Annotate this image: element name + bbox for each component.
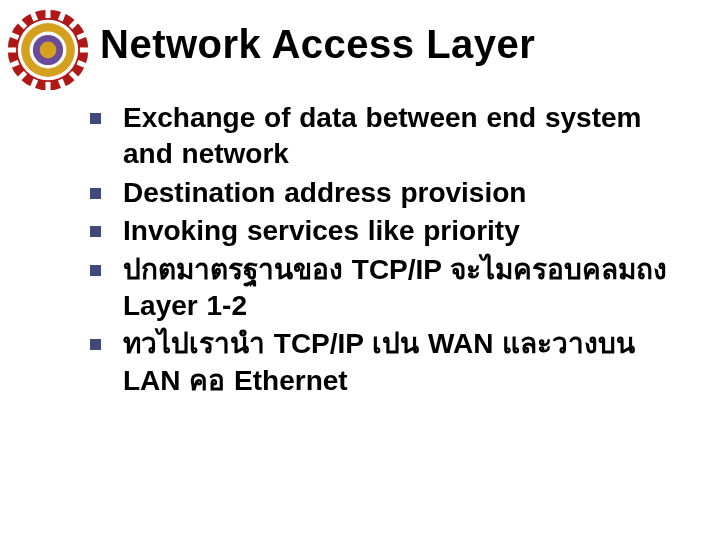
institution-logo: [6, 8, 90, 92]
svg-rect-3: [45, 82, 50, 92]
list-item: ทวไปเรานำ TCP/IP เปน WAN และวางบน LAN คอ…: [90, 326, 690, 399]
svg-point-22: [40, 42, 57, 59]
list-item: Exchange of data between end system and …: [90, 100, 690, 173]
list-item: ปกตมาตรฐานของ TCP/IP จะไมครอบคลมถง Layer…: [90, 252, 690, 325]
svg-rect-4: [6, 47, 16, 52]
square-bullet-icon: [90, 188, 101, 199]
list-item-text: Invoking services like priority: [123, 213, 520, 249]
svg-rect-5: [80, 47, 90, 52]
square-bullet-icon: [90, 339, 101, 350]
square-bullet-icon: [90, 226, 101, 237]
list-item: Destination address provision: [90, 175, 690, 211]
list-item-text: Destination address provision: [123, 175, 526, 211]
square-bullet-icon: [90, 113, 101, 124]
list-item: Invoking services like priority: [90, 213, 690, 249]
slide-title: Network Access Layer: [100, 22, 535, 67]
list-item-text: ปกตมาตรฐานของ TCP/IP จะไมครอบคลมถง Layer…: [123, 252, 690, 325]
list-item-text: ทวไปเรานำ TCP/IP เปน WAN และวางบน LAN คอ…: [123, 326, 690, 399]
bullet-list: Exchange of data between end system and …: [90, 100, 690, 401]
svg-rect-2: [45, 8, 50, 18]
square-bullet-icon: [90, 265, 101, 276]
list-item-text: Exchange of data between end system and …: [123, 100, 690, 173]
